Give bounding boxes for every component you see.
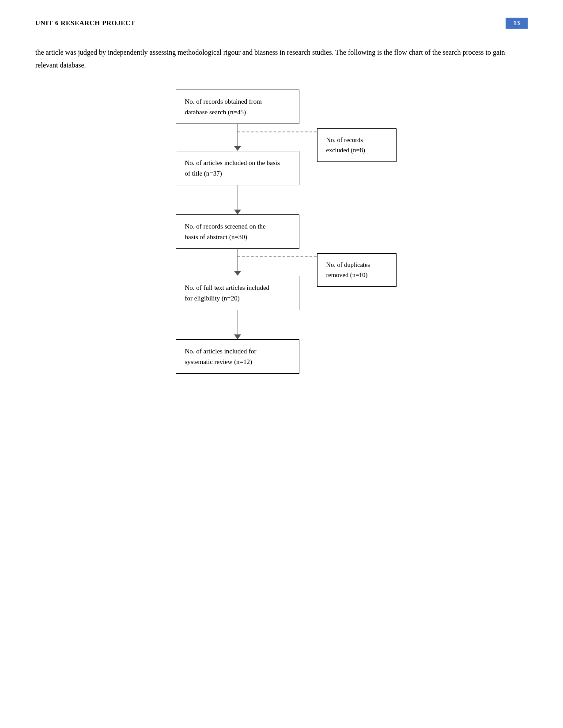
flow-side-box-1-line1: No. of records [326, 135, 387, 145]
flow-box-1: No. of records obtained from database se… [176, 90, 299, 124]
page-number: 13 [506, 18, 528, 29]
document-title: UNIT 6 RESEARCH PROJECT [35, 19, 136, 27]
flow-step-2: No. of articles included on the basis of… [127, 151, 436, 214]
center-column-5: No. of articles included for systematic … [176, 339, 299, 374]
flow-step-4: No. of full text articles included for e… [127, 276, 436, 339]
flow-box-3: No. of records screened on the basis of … [176, 214, 299, 249]
flow-box-4-line2: for eligibility (n=20) [185, 293, 290, 304]
center-column-2: No. of articles included on the basis of… [176, 151, 299, 214]
flow-box-3-line1: No. of records screened on the [185, 221, 290, 232]
flow-box-3-line2: basis of abstract (n=30) [185, 232, 290, 242]
down-arrow-2 [234, 210, 241, 214]
flow-step-5: No. of articles included for systematic … [127, 339, 436, 374]
arrow-2 [234, 185, 241, 214]
flow-box-4-line1: No. of full text articles included [185, 282, 290, 293]
arrow-4 [234, 310, 241, 339]
flow-box-1-line1: No. of records obtained from [185, 96, 290, 107]
down-arrow-4 [234, 334, 241, 339]
flow-step-1: No. of records obtained from database se… [127, 90, 436, 151]
flow-box-2-line1: No. of articles included on the basis [185, 158, 290, 168]
flow-box-4: No. of full text articles included for e… [176, 276, 299, 310]
flow-box-2: No. of articles included on the basis of… [176, 151, 299, 185]
center-column-4: No. of full text articles included for e… [176, 276, 299, 339]
down-arrow-3 [234, 271, 241, 276]
center-column-3: No. of records screened on the basis of … [176, 214, 299, 276]
arrow-1 [234, 124, 241, 151]
flowchart: No. of records obtained from database se… [127, 90, 436, 374]
flow-box-5: No. of articles included for systematic … [176, 339, 299, 374]
arrow-3 [234, 249, 241, 276]
center-column-1: No. of records obtained from database se… [176, 90, 299, 151]
flow-side-box-2-line1: No. of duplicates [326, 260, 387, 270]
body-paragraph: the article was judged by independently … [35, 46, 528, 72]
page: UNIT 6 RESEARCH PROJECT 13 the article w… [0, 0, 563, 728]
page-header: UNIT 6 RESEARCH PROJECT 13 [35, 18, 528, 29]
flow-box-5-line1: No. of articles included for [185, 346, 290, 356]
flow-box-2-line2: of title (n=37) [185, 168, 290, 179]
flow-box-5-line2: systematic review (n=12) [185, 356, 290, 367]
down-arrow-1 [234, 146, 241, 151]
flow-step-3: No. of records screened on the basis of … [127, 214, 436, 276]
flow-box-1-line2: database search (n=45) [185, 107, 290, 117]
